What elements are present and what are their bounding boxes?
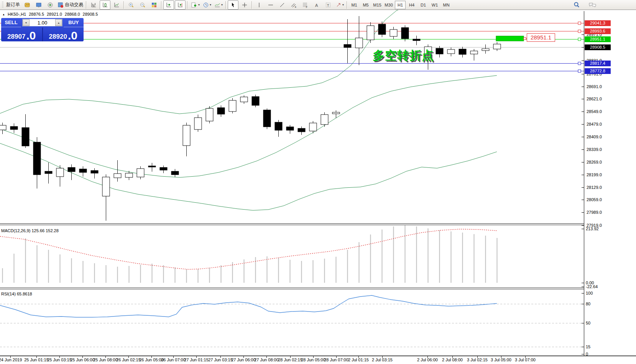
separator: [187, 1, 188, 9]
sell-price[interactable]: 28907 .0: [1, 28, 42, 41]
svg-text:F: F: [306, 5, 307, 8]
market-watch-icon[interactable]: [33, 0, 44, 10]
chart-shift-icon[interactable]: [175, 0, 186, 10]
timeframe-M15[interactable]: M15: [372, 1, 383, 9]
candles: [0, 16, 501, 221]
volume-spinner: ▾ 1.00 ▴: [22, 19, 62, 26]
crosshair-icon[interactable]: [239, 0, 250, 10]
timeframe-M1[interactable]: M1: [349, 1, 360, 9]
macd-histogram: [3, 225, 497, 283]
timeframe-W1[interactable]: W1: [429, 1, 440, 9]
vertical-line-icon[interactable]: [254, 0, 265, 10]
timeframe-M30[interactable]: M30: [383, 1, 394, 9]
auto-trading-icon: [58, 2, 64, 8]
auto-trading-label: 自动交易: [65, 2, 83, 8]
buy-price-main: 28920: [49, 33, 67, 40]
search-icon[interactable]: [571, 0, 582, 10]
chart-canvas: [0, 0, 636, 364]
chevron-down-icon: ▾: [198, 3, 200, 7]
axis-ticks: [11, 35, 584, 358]
sell-price-main: 28907: [7, 33, 25, 40]
charts-icon[interactable]: [22, 0, 33, 10]
bar-chart-icon[interactable]: [88, 0, 99, 10]
buy-button[interactable]: BUY: [64, 18, 84, 27]
sell-price-pips: .0: [26, 31, 36, 40]
fibonacci-icon[interactable]: F: [300, 0, 311, 10]
zoom-out-icon[interactable]: [137, 0, 148, 10]
timeframe-D1[interactable]: D1: [418, 1, 429, 9]
signals-icon[interactable]: [45, 0, 56, 10]
svg-text:A: A: [315, 3, 318, 7]
timeframe-H4[interactable]: H4: [406, 1, 417, 9]
separator: [86, 1, 87, 9]
volume-input[interactable]: 1.00: [30, 19, 55, 26]
chevron-down-icon: ▾: [221, 3, 223, 7]
separator: [225, 1, 226, 9]
new-chart-icon[interactable]: ▾: [189, 0, 201, 10]
separator: [347, 1, 347, 9]
toolbar: 新订单 自动交易 ▾ ▾ ▾ E F A T ▾ M1M5M15M30H1H4D…: [0, 0, 636, 10]
indicators-icon[interactable]: ▾: [213, 0, 224, 10]
buy-price[interactable]: 28920 .0: [42, 28, 84, 41]
separator: [251, 1, 252, 9]
svg-text:E: E: [295, 6, 296, 8]
zoom-in-icon[interactable]: [126, 0, 136, 10]
channel-icon[interactable]: E: [288, 0, 299, 10]
period-icon[interactable]: ▾: [202, 0, 212, 10]
candlestick-chart-icon[interactable]: [100, 0, 110, 10]
separator: [161, 1, 162, 9]
horizontal-line-icon[interactable]: [265, 0, 276, 10]
text-icon[interactable]: A: [311, 0, 322, 10]
toolbar-grip: [2, 2, 3, 8]
cursor-icon[interactable]: [228, 0, 238, 10]
timeframe-MN[interactable]: MN: [441, 1, 452, 9]
arrows-icon[interactable]: ▾: [334, 0, 345, 10]
tile-windows-icon[interactable]: [149, 0, 159, 10]
timeframe-H1[interactable]: H1: [395, 1, 406, 9]
auto-scroll-icon[interactable]: [163, 0, 174, 10]
new-order-button[interactable]: 新订单: [5, 1, 21, 9]
label-icon[interactable]: T: [323, 0, 334, 10]
volume-increase-button[interactable]: ▴: [55, 19, 62, 26]
highlight-rectangle[interactable]: [496, 36, 527, 41]
chevron-down-icon: ▾: [210, 3, 211, 7]
rsi-pane: [0, 295, 584, 347]
buy-price-pips: .0: [68, 31, 77, 40]
macd-signal-line: [0, 229, 497, 269]
svg-text:T: T: [327, 3, 329, 7]
timeframe-buttons: M1M5M15M30H1H4D1W1MN: [348, 1, 452, 9]
timeframe-M5[interactable]: M5: [360, 1, 371, 9]
line-chart-icon[interactable]: [111, 0, 122, 10]
trendline-icon[interactable]: [277, 0, 288, 10]
sell-button[interactable]: SELL: [1, 18, 21, 27]
separator: [123, 1, 124, 9]
volume-decrease-button[interactable]: ▾: [23, 19, 30, 26]
chat-icon[interactable]: [587, 0, 598, 10]
auto-trading-button[interactable]: 自动交易: [56, 1, 84, 9]
chevron-down-icon: ▾: [342, 3, 344, 7]
mt4-trading-app: { "toolbar": { "new_order_label": "新订单",…: [0, 0, 636, 364]
one-click-trading-panel: SELL ▾ 1.00 ▴ BUY 28907 .0 28920 .0: [1, 18, 84, 41]
